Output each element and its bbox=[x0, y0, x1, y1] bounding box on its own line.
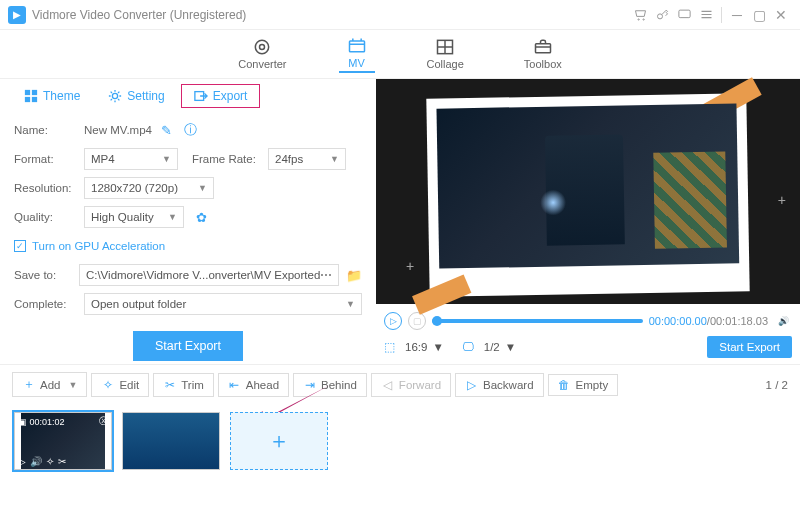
nav-toolbox[interactable]: Toolbox bbox=[516, 36, 570, 72]
volume-icon[interactable]: 🔊 bbox=[774, 312, 792, 330]
titlebar: ▶ Vidmore Video Converter (Unregistered)… bbox=[0, 0, 800, 30]
export-form: Name: New MV.mp4 ✎ ⓘ Format: MP4▼ Frame … bbox=[0, 113, 376, 367]
name-value: New MV.mp4 bbox=[84, 124, 152, 136]
forward-icon: ◁ bbox=[381, 378, 394, 392]
subtab-setting[interactable]: Setting bbox=[96, 84, 176, 108]
subtab-export[interactable]: Export bbox=[181, 84, 261, 108]
app-logo-icon: ▶ bbox=[8, 6, 26, 24]
clip-duration: 00:01:02 bbox=[30, 417, 65, 427]
progress-bar[interactable] bbox=[432, 319, 643, 323]
aspect-icon: ⬚ bbox=[384, 340, 395, 354]
nav-mv[interactable]: MV bbox=[339, 35, 375, 73]
cart-icon[interactable] bbox=[629, 4, 651, 26]
play-icon[interactable]: ▷ bbox=[384, 312, 402, 330]
name-label: Name: bbox=[14, 124, 84, 136]
svg-point-13 bbox=[113, 93, 118, 98]
format-label: Format: bbox=[14, 153, 84, 165]
time-display: 00:00:00.00/00:01:18.03 bbox=[649, 315, 768, 327]
player-controls: ▷ ▢ 00:00:00.00/00:01:18.03 🔊 ⬚ 16:9▼ 🖵 … bbox=[376, 304, 800, 364]
nav-converter[interactable]: Converter bbox=[230, 36, 294, 72]
subtab-label: Setting bbox=[127, 89, 164, 103]
clip-play-icon[interactable]: ▷ bbox=[18, 456, 26, 467]
feedback-icon[interactable] bbox=[673, 4, 695, 26]
plus-icon: ＋ bbox=[22, 377, 35, 392]
clip-thumbnail[interactable]: ▣ 00:01:02ⓧ ▷🔊✧✂ bbox=[14, 412, 112, 470]
behind-button[interactable]: ⇥Behind bbox=[293, 373, 367, 397]
ahead-button[interactable]: ⇤Ahead bbox=[218, 373, 289, 397]
scissors-icon: ✂ bbox=[163, 378, 176, 392]
chevron-down-icon: ▼ bbox=[330, 154, 339, 164]
trim-button[interactable]: ✂Trim bbox=[153, 373, 214, 397]
plus-icon: ＋ bbox=[268, 426, 290, 456]
edit-button[interactable]: ✧Edit bbox=[91, 373, 149, 397]
clip-thumbnail[interactable] bbox=[122, 412, 220, 470]
svg-point-0 bbox=[638, 19, 639, 20]
stop-icon[interactable]: ▢ bbox=[408, 312, 426, 330]
clip-mute-icon[interactable]: 🔊 bbox=[30, 456, 42, 467]
monitor-icon: 🖵 bbox=[462, 340, 474, 354]
svg-rect-9 bbox=[25, 90, 30, 95]
resolution-label: Resolution: bbox=[14, 182, 84, 194]
chevron-down-icon: ▼ bbox=[198, 183, 207, 193]
mv-icon bbox=[347, 37, 367, 55]
clip-trim-icon[interactable]: ✂ bbox=[58, 456, 66, 467]
nav-label: Converter bbox=[238, 58, 286, 70]
resolution-select[interactable]: 1280x720 (720p)▼ bbox=[84, 177, 214, 199]
start-export-button-small[interactable]: Start Export bbox=[707, 336, 792, 358]
toolbox-icon bbox=[533, 38, 553, 56]
left-pane: Theme Setting Export Name: New MV.mp4 ✎ … bbox=[0, 79, 376, 364]
remove-clip-icon[interactable]: ⓧ bbox=[99, 415, 108, 428]
backward-button[interactable]: ▷Backward bbox=[455, 373, 544, 397]
edit-name-icon[interactable]: ✎ bbox=[158, 121, 176, 139]
clip-overlay: ▣ 00:01:02ⓧ ▷🔊✧✂ bbox=[15, 413, 111, 469]
behind-icon: ⇥ bbox=[303, 378, 316, 392]
add-clip-button[interactable]: ＋ bbox=[230, 412, 328, 470]
menu-icon[interactable] bbox=[695, 4, 717, 26]
chevron-down-icon: ▼ bbox=[168, 212, 177, 222]
svg-rect-6 bbox=[349, 41, 364, 52]
complete-select[interactable]: Open output folder▼ bbox=[84, 293, 362, 315]
open-folder-icon[interactable]: 📁 bbox=[345, 266, 362, 284]
key-icon[interactable] bbox=[651, 4, 673, 26]
subtab-label: Theme bbox=[43, 89, 80, 103]
start-export-button[interactable]: Start Export bbox=[133, 331, 243, 361]
more-icon: ⋯ bbox=[320, 268, 332, 282]
minimize-icon[interactable]: ─ bbox=[726, 4, 748, 26]
gpu-label: Turn on GPU Acceleration bbox=[32, 240, 165, 252]
quality-select[interactable]: High Quality▼ bbox=[84, 206, 184, 228]
close-icon[interactable]: ✕ bbox=[770, 4, 792, 26]
backward-icon: ▷ bbox=[465, 378, 478, 392]
sub-tabs: Theme Setting Export bbox=[0, 79, 376, 113]
svg-rect-11 bbox=[25, 97, 30, 102]
framerate-select[interactable]: 24fps▼ bbox=[268, 148, 346, 170]
scale-select[interactable]: 1/2▼ bbox=[480, 341, 520, 353]
nav-collage[interactable]: Collage bbox=[419, 36, 472, 72]
saveto-field[interactable]: C:\Vidmore\Vidmore V...onverter\MV Expor… bbox=[79, 264, 339, 286]
window-title: Vidmore Video Converter (Unregistered) bbox=[32, 8, 246, 22]
chevron-down-icon: ▼ bbox=[346, 299, 355, 309]
aspect-select[interactable]: 16:9▼ bbox=[401, 341, 448, 353]
collage-icon bbox=[435, 38, 455, 56]
format-select[interactable]: MP4▼ bbox=[84, 148, 178, 170]
subtab-theme[interactable]: Theme bbox=[12, 84, 92, 108]
saveto-label: Save to: bbox=[14, 269, 79, 281]
marker-icon: + bbox=[406, 258, 414, 274]
right-pane: + + + ▷ ▢ 00:00:00.00/00:01:18.03 🔊 bbox=[376, 79, 800, 364]
svg-rect-10 bbox=[32, 90, 37, 95]
preview-image bbox=[436, 103, 739, 268]
info-icon[interactable]: ⓘ bbox=[182, 121, 200, 139]
wand-icon: ✧ bbox=[101, 378, 114, 392]
converter-icon bbox=[252, 38, 272, 56]
gpu-checkbox[interactable]: ✓ bbox=[14, 240, 26, 252]
main-nav: Converter MV Collage Toolbox bbox=[0, 30, 800, 78]
quality-label: Quality: bbox=[14, 211, 84, 223]
clip-edit-icon[interactable]: ✧ bbox=[46, 456, 54, 467]
complete-label: Complete: bbox=[14, 298, 84, 310]
maximize-icon[interactable]: ▢ bbox=[748, 4, 770, 26]
add-button[interactable]: ＋Add▼ bbox=[12, 372, 87, 397]
quality-settings-icon[interactable]: ✿ bbox=[192, 208, 210, 226]
subtab-label: Export bbox=[213, 89, 248, 103]
empty-button[interactable]: 🗑Empty bbox=[548, 374, 619, 396]
chevron-down-icon: ▼ bbox=[432, 341, 443, 353]
page-indicator: 1 / 2 bbox=[766, 379, 788, 391]
